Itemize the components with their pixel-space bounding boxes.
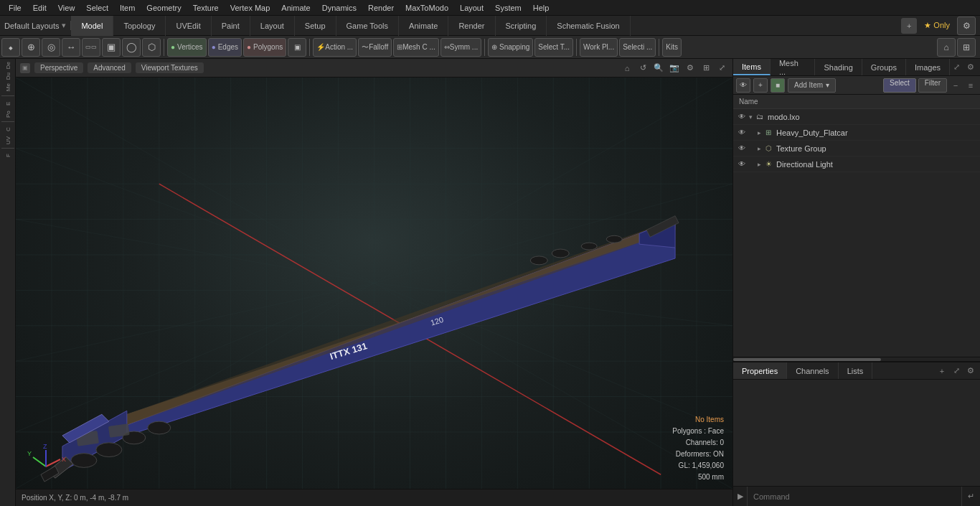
- tab-channels[interactable]: Channels: [787, 362, 838, 379]
- action-button[interactable]: ⚡Action ...: [313, 38, 357, 57]
- list-item-root[interactable]: 👁 ▾ 🗂 modo.lxo: [733, 109, 980, 125]
- sidebar-btn-mesh[interactable]: Me: [1, 82, 15, 93]
- tab-topology[interactable]: Topology: [113, 16, 166, 36]
- viewport-perspective-tab[interactable]: Perspective: [34, 62, 83, 73]
- tab-mesh[interactable]: Mesh ...: [771, 59, 816, 75]
- tab-groups[interactable]: Groups: [862, 59, 906, 75]
- command-input[interactable]: [748, 492, 961, 501]
- list-item-flatcar[interactable]: 👁 ▸ ⊞ Heavy_Duty_Flatcar: [733, 125, 980, 141]
- menu-max-to-modo[interactable]: MaxToModo: [400, 0, 454, 15]
- props-expand-button[interactable]: ⤢: [950, 365, 963, 378]
- symmetry-tool-button[interactable]: ⇔Symm ...: [440, 38, 481, 57]
- item-vis-texgroup[interactable]: 👁: [736, 143, 748, 154]
- work-pl-button[interactable]: Work Pl...: [580, 38, 618, 57]
- element-mode-button[interactable]: ▣: [288, 38, 306, 57]
- menu-help[interactable]: Help: [527, 0, 555, 15]
- action-center-button[interactable]: ◎: [42, 38, 60, 57]
- tab-properties[interactable]: Properties: [733, 362, 787, 379]
- menu-edit[interactable]: Edit: [27, 0, 52, 15]
- menu-dynamics[interactable]: Dynamics: [316, 0, 362, 15]
- kits-button[interactable]: Kits: [662, 38, 682, 57]
- menu-layout[interactable]: Layout: [454, 0, 489, 15]
- add-layout-button[interactable]: +: [901, 18, 917, 34]
- tab-animate[interactable]: Animate: [399, 16, 448, 36]
- sidebar-btn-f[interactable]: F: [1, 151, 15, 161]
- tab-schematic-fusion[interactable]: Schematic Fusion: [547, 16, 630, 36]
- sidebar-btn-de[interactable]: De: [1, 60, 15, 70]
- viewport-corner-btn[interactable]: ▣: [20, 63, 30, 73]
- items-filter-button[interactable]: Filter: [918, 78, 947, 93]
- layout-preset-label[interactable]: Default Layouts: [4, 22, 62, 30]
- viewport-mode-button[interactable]: ⊞: [957, 38, 976, 57]
- selection-mode-button[interactable]: ⬥: [1, 38, 20, 57]
- star-only-label[interactable]: ★ Only: [920, 21, 954, 30]
- list-item-texgroup[interactable]: 👁 ▸ ⬡ Texture Group: [733, 141, 980, 156]
- tab-game-tools[interactable]: Game Tools: [336, 16, 400, 36]
- tab-items[interactable]: Items: [733, 59, 771, 75]
- panel-settings-button[interactable]: ⚙: [964, 61, 977, 74]
- items-vis-all-button[interactable]: 👁: [736, 78, 750, 93]
- tab-render[interactable]: Render: [448, 16, 495, 36]
- viewport-textures-tab[interactable]: Viewport Textures: [136, 62, 204, 73]
- snap-button[interactable]: ▭▭: [82, 38, 100, 57]
- mesh-constraint-button[interactable]: ⊞Mesh C ...: [393, 38, 439, 57]
- items-more-button[interactable]: ≡: [964, 79, 977, 92]
- items-add-button[interactable]: +: [753, 78, 768, 93]
- tab-layout[interactable]: Layout: [250, 16, 295, 36]
- menu-geometry[interactable]: Geometry: [141, 0, 187, 15]
- vertices-button[interactable]: ●Vertices: [167, 38, 207, 57]
- props-plus-button[interactable]: +: [936, 365, 948, 378]
- sidebar-btn-e[interactable]: E: [1, 98, 15, 108]
- sidebar-btn-pol[interactable]: Po: [1, 109, 15, 119]
- props-settings-button[interactable]: ⚙: [964, 365, 977, 378]
- edges-button[interactable]: ●Edges: [208, 38, 242, 57]
- panel-expand-button[interactable]: ⤢: [950, 61, 963, 74]
- list-item-light[interactable]: 👁 ▸ ☀ Directional Light: [733, 156, 980, 172]
- tab-scripting[interactable]: Scripting: [496, 16, 547, 36]
- add-item-dropdown[interactable]: Add Item ▾: [788, 78, 836, 93]
- item-vis-light[interactable]: 👁: [736, 159, 748, 170]
- menu-render[interactable]: Render: [362, 0, 400, 15]
- viewport-advanced-tab[interactable]: Advanced: [88, 62, 131, 73]
- viewport-3d[interactable]: ITTX 131 120 X: [16, 78, 732, 489]
- tab-paint[interactable]: Paint: [212, 16, 250, 36]
- tab-shading[interactable]: Shading: [815, 59, 862, 75]
- menu-animate[interactable]: Animate: [275, 0, 316, 15]
- snapping-button[interactable]: ⊕ Snapping: [488, 38, 533, 57]
- tab-setup[interactable]: Setup: [295, 16, 336, 36]
- viewport-rotate-icon[interactable]: ↺: [636, 62, 649, 75]
- viewport-camera-icon[interactable]: 📷: [668, 62, 681, 75]
- sidebar-btn-uv[interactable]: UV: [1, 135, 15, 146]
- sidebar-btn-dup[interactable]: Du: [1, 71, 15, 81]
- symmetry-button[interactable]: ⬡: [142, 38, 161, 57]
- polygons-button[interactable]: ●Polygons: [243, 38, 286, 57]
- viewport-settings-icon[interactable]: ⚙: [684, 62, 697, 75]
- mesh-ops-button[interactable]: ▣: [102, 38, 121, 57]
- menu-file[interactable]: File: [3, 0, 27, 15]
- item-vis-flatcar[interactable]: 👁: [736, 127, 748, 139]
- tab-uvedit[interactable]: UVEdit: [166, 16, 211, 36]
- menu-item[interactable]: Item: [114, 0, 141, 15]
- select-t-button[interactable]: Select T...: [534, 38, 573, 57]
- tab-lists[interactable]: Lists: [839, 362, 873, 379]
- layout-settings-button[interactable]: ⚙: [957, 17, 976, 35]
- items-color-button[interactable]: ■: [771, 78, 785, 93]
- viewport-home-icon[interactable]: ⌂: [621, 62, 633, 75]
- viewport-zoom-icon[interactable]: 🔍: [652, 62, 665, 75]
- menu-vertex-map[interactable]: Vertex Map: [225, 0, 276, 15]
- command-submit-button[interactable]: ↵: [961, 487, 980, 506]
- menu-view[interactable]: View: [52, 0, 81, 15]
- workplane-button[interactable]: ⊕: [22, 38, 40, 57]
- falloff-mode-button[interactable]: ◯: [122, 38, 141, 57]
- viewport-fullscreen-icon[interactable]: ⤢: [715, 62, 728, 75]
- items-select-button[interactable]: Select: [883, 78, 916, 93]
- menu-select[interactable]: Select: [80, 0, 114, 15]
- tab-model[interactable]: Model: [71, 16, 113, 36]
- tab-images[interactable]: Images: [906, 59, 950, 75]
- viewport-home-button[interactable]: ⌂: [937, 38, 956, 57]
- transform-button[interactable]: ↔: [62, 38, 80, 57]
- menu-system[interactable]: System: [489, 0, 527, 15]
- menu-texture[interactable]: Texture: [187, 0, 225, 15]
- viewport-expand-icon[interactable]: ⊞: [699, 62, 712, 75]
- items-minus-button[interactable]: −: [949, 79, 962, 92]
